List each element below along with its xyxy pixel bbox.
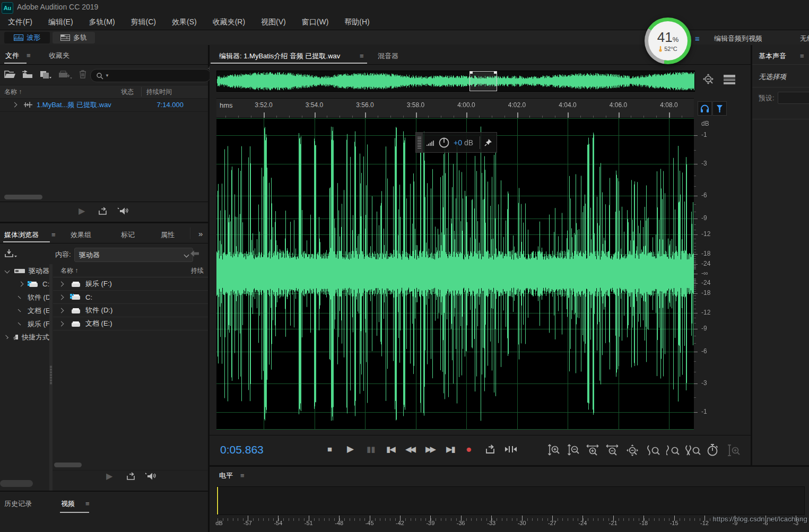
media-panel-menu-icon[interactable]: ≡ — [51, 231, 55, 239]
files-hscrollbar[interactable] — [4, 195, 42, 199]
open-file-button[interactable] — [4, 70, 16, 79]
drive-row[interactable]: 文档 (E:) — [53, 317, 208, 330]
waveform-overview-strip[interactable] — [216, 71, 695, 92]
workspace-item-active[interactable]: 编辑音频到视频 — [714, 34, 762, 43]
tab-editor[interactable]: 编辑器: 1.MyBatis介绍 音频 已提取.wav — [219, 51, 340, 61]
skip-to-end-button[interactable]: ▶▮ — [446, 445, 455, 453]
timeline-ruler[interactable]: hms 3:52.03:54.03:56.03:58.04:00.04:02.0… — [216, 98, 694, 118]
batch-export-button[interactable] — [58, 70, 72, 79]
essential-sound-menu-icon[interactable]: ≡ — [800, 52, 804, 60]
workspace-item-clipped[interactable]: 无线电广播 — [800, 34, 809, 43]
hud-pin-icon[interactable] — [484, 138, 492, 146]
tab-favorites[interactable]: 收藏夹 — [49, 51, 69, 60]
drive-row[interactable]: 娱乐 (F:) — [53, 277, 208, 291]
tab-history[interactable]: 历史记录 — [4, 499, 32, 509]
zoom-reset-button[interactable] — [625, 444, 639, 457]
files-header-row[interactable]: 名称 ↑ 状态 持续时间 — [0, 85, 208, 99]
menu-item[interactable]: 窗口(W) — [294, 18, 337, 27]
pin-marker-button[interactable] — [712, 101, 727, 116]
tree-item-drive[interactable]: 娱乐 (F:) — [0, 317, 49, 330]
tab-properties[interactable]: 属性 — [161, 230, 175, 240]
preview-play-button[interactable]: ▶ — [79, 207, 85, 215]
zoom-to-selection-button[interactable] — [685, 444, 701, 457]
tab-files[interactable]: 文件 — [5, 51, 19, 60]
new-content-button[interactable] — [39, 70, 52, 79]
preview-volume-button[interactable] — [117, 206, 128, 215]
zoom-out-time-button[interactable] — [605, 444, 620, 457]
media-list-hscrollbar[interactable] — [54, 463, 82, 467]
media-play-button[interactable]: ▶ — [106, 472, 112, 481]
search-input[interactable]: ▼ — [90, 69, 211, 82]
content-dropdown[interactable]: 驱动器 — [74, 248, 193, 262]
channels-view-button[interactable] — [723, 74, 736, 85]
zoom-to-in-point-button[interactable] — [647, 444, 660, 457]
workspace-menu-icon[interactable]: ≡ — [695, 34, 699, 43]
media-col-name[interactable]: 名称 ↑ — [60, 266, 78, 275]
menu-item[interactable]: 编辑(E) — [40, 18, 81, 27]
monitor-headphones-button[interactable] — [698, 101, 712, 116]
back-button[interactable] — [190, 250, 199, 257]
col-status[interactable]: 状态 — [121, 88, 134, 97]
zoom-in-amplitude-button[interactable] — [547, 443, 561, 457]
file-name[interactable]: 1.MyBat...频 已提取.wav — [37, 100, 111, 110]
playhead-time-display[interactable]: 0:05.863 — [220, 443, 264, 456]
menu-item[interactable]: 收藏夹(R) — [205, 18, 253, 27]
multitrack-view-button[interactable]: 多轨 — [53, 32, 95, 43]
tab-markers[interactable]: 标记 — [121, 230, 135, 240]
timer-button[interactable] — [707, 443, 719, 457]
tree-item-shortcuts[interactable]: 快捷方式 — [0, 330, 49, 344]
tree-item-drive[interactable]: 软件 (D:) — [0, 291, 49, 304]
overview-view-selection[interactable] — [469, 71, 497, 91]
expand-chevron-icon[interactable] — [12, 102, 18, 108]
play-button[interactable]: ▶ — [347, 444, 354, 453]
hud-gain-value[interactable]: +0 — [454, 138, 462, 147]
preset-dropdown[interactable] — [778, 92, 809, 104]
import-file-button[interactable] — [21, 70, 34, 79]
pause-button[interactable]: ▮▮ — [367, 445, 376, 453]
levels-menu-icon[interactable]: ≡ — [240, 472, 244, 479]
zoom-to-out-point-button[interactable] — [666, 444, 680, 457]
menu-item[interactable]: 帮助(H) — [336, 18, 377, 27]
editor-menu-icon[interactable]: ≡ — [360, 52, 363, 60]
media-list-header[interactable]: 名称 ↑ 持续 — [53, 264, 208, 277]
menu-item[interactable]: 多轨(M) — [81, 18, 123, 27]
zoom-in-time-button[interactable] — [586, 444, 601, 457]
zoom-full-button[interactable] — [702, 74, 716, 86]
level-meter[interactable] — [216, 486, 805, 515]
tab-levels[interactable]: 电平 — [219, 471, 233, 481]
file-row[interactable]: 1.MyBat...频 已提取.wav 7:14.000 — [0, 98, 208, 111]
amplitude-ruler[interactable]: dB -1-1-3-3-6-6-9-9-12-12-18-18-24-24-∞ — [694, 118, 751, 430]
menu-item[interactable]: 剪辑(C) — [123, 18, 164, 27]
media-col-duration[interactable]: 持续 — [191, 266, 204, 275]
hud-drag-handle[interactable] — [416, 133, 423, 152]
tree-item-drive[interactable]: 文档 (E:) — [0, 304, 49, 317]
media-loop-button[interactable] — [126, 472, 136, 481]
gain-knob-icon[interactable] — [438, 137, 450, 149]
drive-row[interactable]: C: — [53, 291, 208, 304]
col-duration[interactable]: 持续时间 — [146, 88, 172, 97]
tab-effects-rack[interactable]: 效果组 — [71, 230, 91, 240]
menu-item[interactable]: 文件(F) — [0, 18, 40, 27]
tab-overflow-icon[interactable]: » — [198, 229, 203, 238]
tree-scrollbar[interactable] — [0, 480, 33, 487]
tree-item-drive[interactable]: C: — [0, 277, 49, 291]
menu-item[interactable]: 效果(S) — [164, 18, 205, 27]
fast-forward-button[interactable]: ▶▶ — [425, 445, 434, 453]
zoom-out-amplitude-button[interactable] — [567, 443, 581, 457]
media-volume-button[interactable] — [144, 471, 156, 481]
video-panel-menu-icon[interactable]: ≡ — [85, 500, 89, 508]
skip-selection-button[interactable] — [504, 445, 517, 453]
media-import-button[interactable] — [4, 249, 18, 258]
record-button[interactable]: ● — [466, 443, 472, 455]
tab-video[interactable]: 视频 — [61, 499, 75, 509]
skip-to-start-button[interactable]: ▮◀ — [386, 445, 395, 453]
stop-button[interactable]: ■ — [327, 445, 332, 453]
waveform-display[interactable]: +0 dB — [216, 118, 694, 430]
tab-essential-sound[interactable]: 基本声音 — [759, 51, 786, 61]
menu-item[interactable]: 视图(V) — [253, 18, 294, 27]
col-name[interactable]: 名称 ↑ — [4, 88, 22, 97]
delete-button[interactable] — [79, 69, 87, 79]
rewind-button[interactable]: ◀◀ — [405, 445, 414, 453]
volume-hud[interactable]: +0 dB — [415, 132, 497, 153]
drive-row[interactable]: 软件 (D:) — [53, 304, 208, 317]
